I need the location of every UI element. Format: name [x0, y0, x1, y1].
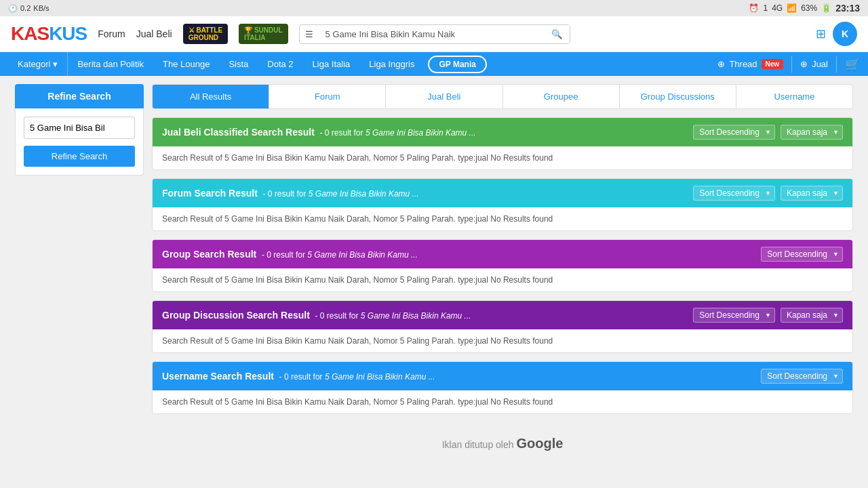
battery-percent: 63% [801, 3, 817, 13]
status-bar: 🕐 0.2 KB/s ⏰ 1 4G 📶 63% 🔋 23:13 [0, 0, 868, 16]
sort-desc-wrapper-forum: Sort Descending [693, 186, 775, 201]
group-subtitle: - 0 result for 5 Game Ini Bisa Bikin Kam… [262, 250, 418, 260]
group-title: Group Search Result [162, 249, 256, 260]
nav-sista[interactable]: Sista [219, 52, 258, 76]
signal-icon: 📶 [787, 3, 797, 13]
nav-berita-politik[interactable]: Berita dan Politik [68, 52, 153, 76]
forum-section: Forum Search Result - 0 result for 5 Gam… [152, 178, 853, 231]
username-header: Username Search Result - 0 result for 5 … [153, 362, 852, 390]
search-bar: ☰ 🔍 [299, 24, 570, 44]
hamburger-icon[interactable]: ☰ [300, 25, 319, 43]
group-section: Group Search Result - 0 result for 5 Gam… [152, 239, 853, 292]
jual-label: Jual [812, 59, 828, 69]
jual-beli-body: Search Result of 5 Game Ini Bisa Bikin K… [153, 146, 852, 169]
plus-circle-icon: ⊕ [800, 59, 808, 69]
kapan-saja-wrapper-gd: Kapan saja [781, 308, 843, 323]
sort-desc-button-forum[interactable]: Sort Descending [693, 186, 775, 201]
kapan-saja-button-forum[interactable]: Kapan saja [781, 186, 843, 201]
group-discussion-title-area: Group Discussion Search Result - 0 resul… [162, 310, 471, 321]
nav-the-lounge[interactable]: The Lounge [153, 52, 219, 76]
refine-search-body: Refine Search [15, 108, 144, 176]
refine-search-header: Refine Search [15, 84, 144, 108]
grid-icon[interactable]: ⊞ [816, 26, 826, 41]
kategori-menu[interactable]: Kategori ▾ [8, 52, 68, 76]
battleground-badge: ⚔ BATTLEGROUND [183, 24, 228, 44]
refine-input[interactable] [24, 117, 135, 139]
nav-dota2[interactable]: Dota 2 [258, 52, 302, 76]
tab-groupee[interactable]: Groupee [503, 85, 620, 108]
kapan-saja-button-gd[interactable]: Kapan saja [781, 308, 843, 323]
username-subtitle: - 0 result for 5 Game Ini Bisa Bikin Kam… [279, 372, 435, 382]
forum-header: Forum Search Result - 0 result for 5 Gam… [153, 179, 852, 207]
jual-beli-title-area: Jual Beli Classified Search Result - 0 r… [162, 127, 476, 138]
plus-icon: ⊕ [717, 59, 725, 69]
clock-icon: 🕐 [8, 4, 18, 13]
group-body: Search Result of 5 Game Ini Bisa Bikin K… [153, 268, 852, 291]
forum-link[interactable]: Forum [98, 28, 125, 39]
search-button[interactable]: 🔍 [545, 25, 570, 43]
gp-mania-button[interactable]: GP Mania [428, 56, 486, 73]
group-title-area: Group Search Result - 0 result for 5 Gam… [162, 249, 418, 260]
refine-header-label: Refine Search [47, 91, 111, 102]
sort-desc-button-group[interactable]: Sort Descending [761, 247, 843, 262]
speed-value: 0.2 [20, 4, 31, 12]
sort-desc-button-gd[interactable]: Sort Descending [693, 308, 775, 323]
tab-all-results[interactable]: All Results [153, 85, 269, 108]
forum-title-area: Forum Search Result - 0 result for 5 Gam… [162, 188, 419, 199]
sort-desc-wrapper-group: Sort Descending [761, 247, 843, 262]
refine-search-button[interactable]: Refine Search [24, 146, 135, 167]
add-thread-button[interactable]: ⊕ Thread New [717, 59, 783, 69]
sort-desc-wrapper-jb: Sort Descending [693, 125, 775, 140]
new-badge: New [762, 59, 784, 69]
jual-beli-header: Jual Beli Classified Search Result - 0 r… [153, 118, 852, 146]
sim-badge: 1 [763, 3, 768, 13]
sort-desc-wrapper-user: Sort Descending [761, 369, 843, 384]
jual-beli-link[interactable]: Jual Beli [136, 28, 172, 39]
jual-beli-subtitle: - 0 result for 5 Game Ini Bisa Bikin Kam… [320, 128, 476, 138]
group-discussion-title: Group Discussion Search Result [162, 310, 310, 321]
nav-liga-inggris[interactable]: Liga Inggris [359, 52, 424, 76]
nav-bar: Kategori ▾ Berita dan Politik The Lounge… [0, 52, 868, 76]
kapan-saja-wrapper-forum: Kapan saja [781, 186, 843, 201]
header-nav: Forum Jual Beli [98, 28, 172, 39]
username-controls: Sort Descending [761, 369, 843, 384]
google-text: Google [516, 436, 563, 451]
tab-group-discussions[interactable]: Group Discussions [620, 85, 736, 108]
sundul-italia-badge: 🏆 SUNDULITALIA [239, 24, 288, 44]
header-icons: ⊞ K [816, 22, 857, 46]
nav-liga-italia[interactable]: Liga Italia [303, 52, 360, 76]
nav-divider-2 [836, 56, 837, 73]
avatar[interactable]: K [833, 22, 857, 46]
group-controls: Sort Descending [761, 247, 843, 262]
username-body: Search Result of 5 Game Ini Bisa Bikin K… [153, 390, 852, 413]
kapan-saja-wrapper-jb: Kapan saja [781, 125, 843, 140]
tab-jual-beli[interactable]: Jual Beli [386, 85, 502, 108]
sort-desc-button-user[interactable]: Sort Descending [761, 369, 843, 384]
group-header: Group Search Result - 0 result for 5 Gam… [153, 240, 852, 268]
results-area: All Results Forum Jual Beli Groupee Grou… [152, 84, 853, 465]
add-jual-button[interactable]: ⊕ Jual [800, 59, 828, 69]
main-content: Refine Search Refine Search All Results … [7, 76, 861, 473]
chevron-down-icon: ▾ [53, 59, 58, 69]
username-title-area: Username Search Result - 0 result for 5 … [162, 371, 435, 382]
alarm-icon: ⏰ [749, 3, 759, 13]
search-input[interactable] [319, 25, 545, 43]
logo[interactable]: KASKUS [11, 23, 87, 45]
nav-bar-left: Kategori ▾ Berita dan Politik The Lounge… [8, 52, 491, 76]
jual-beli-controls: Sort Descending Kapan saja [693, 125, 843, 140]
cart-icon[interactable]: 🛒 [845, 57, 860, 72]
footer-ad: Iklan ditutup oleh Google [152, 422, 853, 465]
group-discussion-controls: Sort Descending Kapan saja [693, 308, 843, 323]
group-discussion-section: Group Discussion Search Result - 0 resul… [152, 300, 853, 353]
network-label: 4G [772, 3, 783, 13]
forum-body: Search Result of 5 Game Ini Bisa Bikin K… [153, 207, 852, 230]
kapan-saja-button-jb[interactable]: Kapan saja [781, 125, 843, 140]
battery-icon: 🔋 [821, 3, 831, 13]
tab-username[interactable]: Username [736, 85, 852, 108]
sort-desc-button-jb[interactable]: Sort Descending [693, 125, 775, 140]
nav-divider-1 [791, 56, 792, 73]
forum-subtitle: - 0 result for 5 Game Ini Bisa Bikin Kam… [262, 189, 418, 199]
results-tabs: All Results Forum Jual Beli Groupee Grou… [152, 84, 853, 109]
jual-beli-section: Jual Beli Classified Search Result - 0 r… [152, 117, 853, 170]
tab-forum[interactable]: Forum [269, 85, 386, 108]
